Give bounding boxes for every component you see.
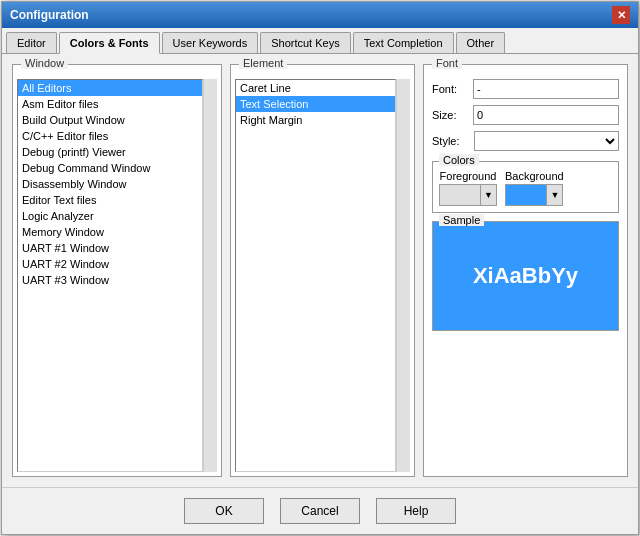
panels-container: Window All Editors Asm Editor files Buil…	[12, 64, 628, 477]
window-list[interactable]: All Editors Asm Editor files Build Outpu…	[17, 79, 203, 472]
main-content: Window All Editors Asm Editor files Buil…	[2, 54, 638, 487]
element-list[interactable]: Caret Line Text Selection Right Margin	[235, 79, 396, 472]
sample-legend: Sample	[439, 214, 484, 226]
list-item[interactable]: Editor Text files	[18, 192, 202, 208]
bottom-bar: OK Cancel Help	[2, 487, 638, 534]
background-arrow[interactable]: ▼	[546, 185, 562, 205]
font-size-label: Size:	[432, 109, 469, 121]
title-bar: Configuration ✕	[2, 2, 638, 28]
foreground-swatch	[440, 185, 480, 205]
list-item[interactable]: UART #3 Window	[18, 272, 202, 288]
ok-button[interactable]: OK	[184, 498, 264, 524]
tab-editor[interactable]: Editor	[6, 32, 57, 53]
font-name-input[interactable]	[473, 79, 619, 99]
list-item[interactable]: Logic Analyzer	[18, 208, 202, 224]
list-item[interactable]: Memory Window	[18, 224, 202, 240]
cancel-button[interactable]: Cancel	[280, 498, 360, 524]
colors-section: Colors Foreground ▼ Background	[432, 161, 619, 213]
list-item[interactable]: Debug Command Window	[18, 160, 202, 176]
tab-bar: Editor Colors & Fonts User Keywords Shor…	[2, 28, 638, 54]
sample-text: XiAaBbYy	[473, 263, 578, 289]
configuration-window: Configuration ✕ Editor Colors & Fonts Us…	[1, 1, 639, 535]
close-button[interactable]: ✕	[612, 6, 630, 24]
sample-area: XiAaBbYy	[433, 222, 618, 330]
list-item[interactable]: UART #2 Window	[18, 256, 202, 272]
list-item[interactable]: C/C++ Editor files	[18, 128, 202, 144]
list-item[interactable]: Disassembly Window	[18, 176, 202, 192]
window-scrollbar[interactable]	[203, 79, 217, 472]
list-item[interactable]: Debug (printf) Viewer	[18, 144, 202, 160]
font-style-label: Style:	[432, 135, 470, 147]
foreground-col: Foreground ▼	[439, 170, 497, 206]
list-item[interactable]: Caret Line	[236, 80, 395, 96]
window-title: Configuration	[10, 8, 89, 22]
tab-colors-fonts[interactable]: Colors & Fonts	[59, 32, 160, 54]
help-button[interactable]: Help	[376, 498, 456, 524]
list-item[interactable]: UART #1 Window	[18, 240, 202, 256]
background-picker[interactable]: ▼	[505, 184, 563, 206]
font-name-label: Font:	[432, 83, 469, 95]
background-label: Background	[505, 170, 564, 182]
font-panel-legend: Font	[432, 57, 462, 69]
foreground-label: Foreground	[440, 170, 497, 182]
element-panel-legend: Element	[239, 57, 287, 69]
list-item[interactable]: Right Margin	[236, 112, 395, 128]
font-style-select[interactable]	[474, 131, 619, 151]
list-item[interactable]: Build Output Window	[18, 112, 202, 128]
list-item[interactable]: All Editors	[18, 80, 202, 96]
font-size-input[interactable]	[473, 105, 619, 125]
foreground-arrow[interactable]: ▼	[480, 185, 496, 205]
window-panel: Window All Editors Asm Editor files Buil…	[12, 64, 222, 477]
font-panel: Font Font: Size: Style: Color	[423, 64, 628, 477]
sample-section: Sample XiAaBbYy	[432, 221, 619, 331]
element-scrollbar[interactable]	[396, 79, 410, 472]
tab-shortcut-keys[interactable]: Shortcut Keys	[260, 32, 350, 53]
tab-user-keywords[interactable]: User Keywords	[162, 32, 259, 53]
window-list-wrapper: All Editors Asm Editor files Build Outpu…	[17, 79, 217, 472]
window-panel-legend: Window	[21, 57, 68, 69]
element-panel: Element Caret Line Text Selection Right …	[230, 64, 415, 477]
tab-text-completion[interactable]: Text Completion	[353, 32, 454, 53]
font-style-row: Style:	[432, 131, 619, 151]
element-list-wrapper: Caret Line Text Selection Right Margin	[235, 79, 410, 472]
list-item[interactable]: Text Selection	[236, 96, 395, 112]
background-swatch	[506, 185, 546, 205]
foreground-picker[interactable]: ▼	[439, 184, 497, 206]
colors-row: Foreground ▼ Background ▼	[439, 170, 612, 206]
list-item[interactable]: Asm Editor files	[18, 96, 202, 112]
font-name-row: Font:	[432, 79, 619, 99]
background-col: Background ▼	[505, 170, 564, 206]
tab-other[interactable]: Other	[456, 32, 506, 53]
colors-legend: Colors	[439, 154, 479, 166]
font-size-row: Size:	[432, 105, 619, 125]
